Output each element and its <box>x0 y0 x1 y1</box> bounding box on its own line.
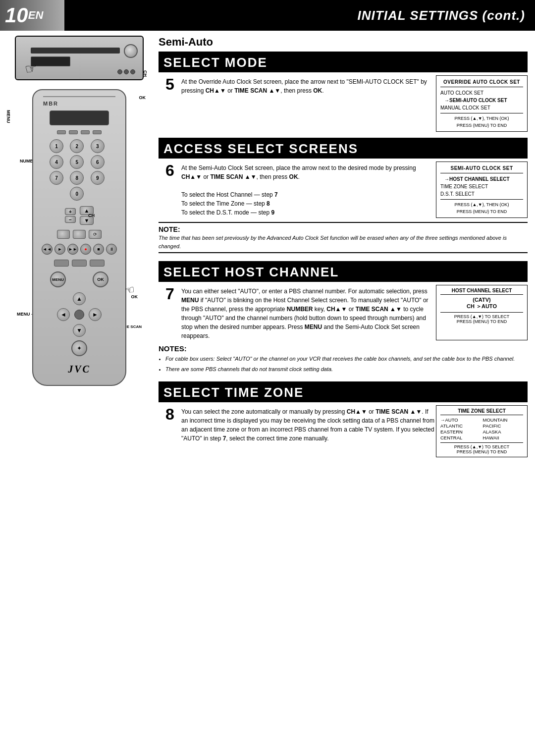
step6-header: ACCESS SELECT SCREENS <box>159 139 528 159</box>
remote-btn-1[interactable]: 1 <box>50 139 63 153</box>
step8-body: 8 You can select the zone automatically … <box>159 402 528 459</box>
step8-aside: TIME ZONE SELECT →AUTO MOUNTAIN ATLANTIC… <box>436 405 528 457</box>
remote-mbr-label: MBR <box>43 101 58 107</box>
remote-nav-left[interactable]: ◄ <box>57 308 70 321</box>
remote-display <box>50 110 109 125</box>
remote-nav-up[interactable]: ▲ <box>73 292 86 305</box>
step5-number-col: 5 <box>159 75 181 132</box>
step5-aside-item2: →SEMI-AUTO CLOCK SET <box>440 97 523 104</box>
remote-play-btn[interactable]: ► <box>54 244 65 255</box>
remote-btn-0[interactable]: 0 <box>70 187 84 201</box>
step7-title: SELECT HOST CHANNEL <box>163 265 339 280</box>
step7-number: 7 <box>165 286 174 302</box>
remote-plus-minus: + − <box>65 208 76 223</box>
tz-mountain: MOUNTAIN <box>483 417 524 423</box>
step6-text: At the Semi-Auto Clock Set screen, place… <box>181 162 436 218</box>
step6-body: 6 At the Semi-Auto Clock Set screen, pla… <box>159 159 528 220</box>
vcr-buttons <box>117 69 135 74</box>
tz-hawaii: HAWAII <box>483 435 524 440</box>
remote-small-btn-2[interactable] <box>72 260 87 267</box>
step5-aside-item3: MANUAL CLOCK SET <box>440 104 523 111</box>
remote-btn-5[interactable]: 5 <box>70 155 84 169</box>
step8-tz-grid: →AUTO MOUNTAIN ATLANTIC PACIFIC EASTERN … <box>440 417 523 440</box>
page-num-text: 10 <box>5 3 28 27</box>
tz-central: CENTRAL <box>440 435 481 440</box>
remote-btn-4[interactable]: 4 <box>50 155 63 169</box>
step6-aside: SEMI-AUTO CLOCK SET →HOST CHANNEL SELECT… <box>436 162 528 218</box>
step8-aside-press: PRESS (▲,▼) TO SELECTPRESS (MENU) TO END <box>440 442 523 454</box>
remote-small-btn-3[interactable] <box>90 260 105 267</box>
tz-atlantic: ATLANTIC <box>440 423 481 429</box>
step7-notes: For cable box users: Select "AUTO" or th… <box>159 355 528 374</box>
remote-ind-2 <box>69 130 78 134</box>
remote-rewind-btn[interactable]: ◄◄ <box>42 244 53 255</box>
step5-aside-press: PRESS (▲,▼), THEN (OK)PRESS (MENU) TO EN… <box>440 115 523 129</box>
header-title-bar: INITIAL SETTINGS (cont.) <box>64 0 535 31</box>
ch-label-mid: CH <box>88 213 95 218</box>
section-heading: Semi-Auto <box>159 36 528 49</box>
step7-notes-title: NOTES: <box>159 344 528 353</box>
remote-wrapper: NUMBER ── MENU ── ── TIME SCAN OK MBR <box>15 89 144 386</box>
remote-rec-btn[interactable]: ● <box>80 244 91 255</box>
step7-aside: HOST CHANNEL SELECT (CATV)CH ＞AUTO PRESS… <box>436 285 528 340</box>
remote-icon-btn-1[interactable] <box>57 230 70 239</box>
remote-icon-btn-2[interactable] <box>73 230 86 239</box>
remote-pause-btn[interactable]: ⏸ <box>106 244 117 255</box>
step6-aside-item2: TIME ZONE SELECT <box>440 183 523 190</box>
remote-ff-btn[interactable]: ►► <box>67 244 78 255</box>
remote-nav-cross: ▲ ▼ ◄ ► <box>57 292 102 337</box>
tz-auto: →AUTO <box>440 417 481 423</box>
tz-eastern: EASTERN <box>440 429 481 434</box>
tz-alaska: ALASKA <box>483 429 524 434</box>
remote-stop-btn[interactable]: ■ <box>93 244 104 255</box>
step6-aside-title: SEMI-AUTO CLOCK SET <box>440 164 523 173</box>
remote-small-btn-1[interactable] <box>54 260 69 267</box>
step6-section: ACCESS SELECT SCREENS 6 At the Semi-Auto… <box>159 138 528 257</box>
remote-btn-9[interactable]: 9 <box>91 171 105 185</box>
step8-section: SELECT TIME ZONE 8 You can select the zo… <box>159 381 528 459</box>
remote-indicator-row <box>57 130 102 134</box>
remote-nav-down[interactable]: ▼ <box>73 324 86 337</box>
remote-btn-7[interactable]: 7 <box>50 171 63 185</box>
step7-note-2: There are some PBS channels that do not … <box>165 365 528 374</box>
step6-number-col: 6 <box>159 162 181 218</box>
ch-label-top: CH <box>143 70 148 77</box>
remote-bottom-btn[interactable]: ✦ <box>71 340 87 356</box>
step5-title: SELECT MODE <box>163 55 268 70</box>
vcr-btn-3 <box>130 69 135 74</box>
header-title: INITIAL SETTINGS (cont.) <box>358 8 525 23</box>
step5-aside-divider <box>440 113 523 113</box>
step5-header: SELECT MODE <box>159 53 528 72</box>
remote-ch-row: + − ▲ ▼ CH <box>65 206 94 225</box>
step6-aside-item1: →HOST CHANNEL SELECT <box>440 175 523 183</box>
step5-section: SELECT MODE 5 At the Override Auto Clock… <box>159 52 528 134</box>
step5-body: 5 At the Override Auto Clock Set screen,… <box>159 72 528 134</box>
remote-plus-btn[interactable]: + <box>65 208 76 215</box>
step7-header: SELECT HOST CHANNEL <box>159 263 528 282</box>
remote-menu-btn[interactable]: MENU <box>50 271 66 287</box>
right-panel: Semi-Auto SELECT MODE 5 At the Override … <box>154 31 535 756</box>
remote-btn-3[interactable]: 3 <box>91 139 105 153</box>
remote-control: MBR 1 2 3 4 5 6 7 <box>32 89 126 386</box>
page-number: 10EN <box>0 0 64 31</box>
remote-ok-btn[interactable]: OK <box>93 271 108 287</box>
step8-header: SELECT TIME ZONE <box>159 383 528 402</box>
step7-section: SELECT HOST CHANNEL 7 You can either sel… <box>159 261 528 378</box>
remote-btn-2[interactable]: 2 <box>70 139 84 153</box>
step5-text: At the Override Auto Clock Set screen, p… <box>181 75 436 132</box>
remote-btn-8[interactable]: 8 <box>70 171 84 185</box>
note-title: NOTE: <box>159 225 180 233</box>
remote-icon-btn-3[interactable]: ⟳ <box>89 230 102 239</box>
remote-ok-menu-row: MENU OK <box>39 271 119 287</box>
step7-body: 7 You can either select "AUTO", or enter… <box>159 282 528 342</box>
menu-label-top: MENU <box>6 110 11 123</box>
remote-ind-4 <box>93 130 102 134</box>
step6-aside-item3: D.S.T. SELECT <box>440 190 523 198</box>
step6-aside-divider <box>440 199 523 200</box>
page-sup-text: EN <box>28 9 44 22</box>
step6-number: 6 <box>165 162 174 178</box>
remote-nav-right[interactable]: ► <box>89 308 102 321</box>
remote-btn-6[interactable]: 6 <box>91 155 105 169</box>
remote-minus-btn[interactable]: − <box>65 216 76 223</box>
step7-note-1: For cable box users: Select "AUTO" or th… <box>165 355 528 364</box>
